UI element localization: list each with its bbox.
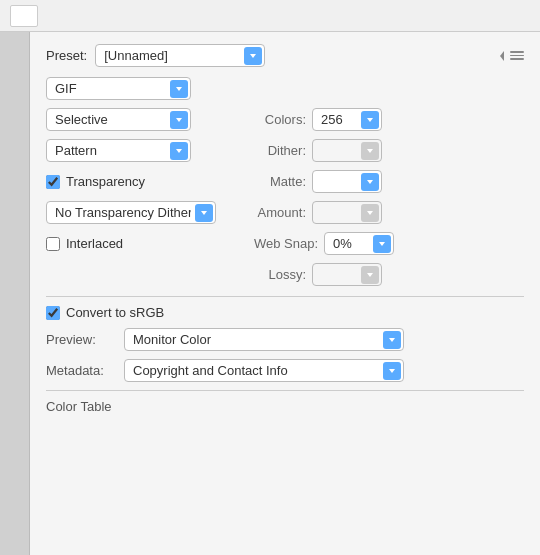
matte-select-wrapper	[312, 170, 382, 193]
dither-label: Dither:	[254, 143, 306, 158]
lossy-label: Lossy:	[254, 267, 306, 282]
amount-label: Amount:	[254, 205, 306, 220]
convert-srgb-label: Convert to sRGB	[66, 305, 164, 320]
transparency-dither-amount-row: No Transparency Dither Amount:	[46, 201, 524, 224]
colors-right: Colors: 256	[254, 108, 524, 131]
format-select[interactable]: GIF	[46, 77, 191, 100]
preset-select-wrapper: [Unnamed]	[95, 44, 265, 67]
palette-left: Selective	[46, 108, 246, 131]
svg-marker-1	[500, 51, 504, 61]
websnap-right: Web Snap: 0%	[254, 232, 524, 255]
color-table-row: Color Table	[46, 399, 524, 418]
interlaced-left: Interlaced	[46, 236, 246, 251]
interlaced-checkbox[interactable]	[46, 237, 60, 251]
metadata-select[interactable]: Copyright and Contact Info	[124, 359, 404, 382]
menu-lines	[510, 51, 524, 60]
transparency-label: Transparency	[66, 174, 145, 189]
palette-select-wrapper: Selective	[46, 108, 191, 131]
preview-label: Preview:	[46, 332, 96, 347]
format-row: GIF	[46, 77, 524, 100]
menu-icon[interactable]	[500, 51, 524, 61]
websnap-label: Web Snap:	[254, 236, 318, 251]
color-table-label: Color Table	[46, 399, 112, 414]
matte-label: Matte:	[254, 174, 306, 189]
metadata-label-cell: Metadata:	[46, 363, 116, 378]
content-panel: Preset: [Unnamed]	[30, 32, 540, 555]
dither-palette-select-wrapper: Pattern	[46, 139, 191, 162]
preview-label-cell: Preview:	[46, 332, 116, 347]
palette-colors-row: Selective Colors: 256	[46, 108, 524, 131]
interlaced-label: Interlaced	[66, 236, 123, 251]
lossy-row: Lossy:	[46, 263, 524, 286]
colors-label: Colors:	[254, 112, 306, 127]
convert-srgb-row: Convert to sRGB	[46, 305, 524, 320]
dither-row: Pattern Dither:	[46, 139, 524, 162]
amount-select[interactable]	[312, 201, 382, 224]
colors-select[interactable]: 256	[312, 108, 382, 131]
preview-select-wrapper: Monitor Color	[124, 328, 404, 351]
lossy-select[interactable]	[312, 263, 382, 286]
transparency-left: Transparency	[46, 174, 246, 189]
main-container: Preset: [Unnamed]	[0, 32, 540, 555]
interlaced-checkbox-wrapper[interactable]: Interlaced	[46, 236, 123, 251]
trans-dither-left: No Transparency Dither	[46, 201, 246, 224]
dither-right: Dither:	[254, 139, 524, 162]
websnap-select[interactable]: 0%	[324, 232, 394, 255]
dither-value-select-wrapper	[312, 139, 382, 162]
preset-label: Preset:	[46, 48, 87, 63]
dither-value-select[interactable]	[312, 139, 382, 162]
preview-row: Preview: Monitor Color	[46, 328, 524, 351]
preview-select[interactable]: Monitor Color	[124, 328, 404, 351]
amount-select-wrapper	[312, 201, 382, 224]
interlaced-websnap-row: Interlaced Web Snap: 0%	[46, 232, 524, 255]
metadata-label: Metadata:	[46, 363, 104, 378]
trans-dither-select-wrapper: No Transparency Dither	[46, 201, 216, 224]
lossy-select-wrapper	[312, 263, 382, 286]
colors-select-wrapper: 256	[312, 108, 382, 131]
transparency-checkbox[interactable]	[46, 175, 60, 189]
convert-srgb-wrapper[interactable]: Convert to sRGB	[46, 305, 164, 320]
convert-srgb-checkbox[interactable]	[46, 306, 60, 320]
matte-right: Matte:	[254, 170, 524, 193]
transparency-matte-row: Transparency Matte:	[46, 170, 524, 193]
lossy-right: Lossy:	[254, 263, 524, 286]
dither-palette-select[interactable]: Pattern	[46, 139, 191, 162]
transparency-checkbox-wrapper[interactable]: Transparency	[46, 174, 145, 189]
metadata-row: Metadata: Copyright and Contact Info	[46, 359, 524, 382]
format-select-wrapper: GIF	[46, 77, 191, 100]
websnap-select-wrapper: 0%	[324, 232, 394, 255]
amount-right: Amount:	[254, 201, 524, 224]
bottom-divider	[46, 390, 524, 391]
dither-left: Pattern	[46, 139, 246, 162]
left-sidebar	[0, 32, 30, 555]
white-box	[10, 5, 38, 27]
trans-dither-select[interactable]: No Transparency Dither	[46, 201, 216, 224]
preset-row: Preset: [Unnamed]	[46, 44, 524, 67]
top-bar	[0, 0, 540, 32]
preset-select[interactable]: [Unnamed]	[95, 44, 265, 67]
metadata-select-wrapper: Copyright and Contact Info	[124, 359, 404, 382]
divider	[46, 296, 524, 297]
palette-select[interactable]: Selective	[46, 108, 191, 131]
matte-select[interactable]	[312, 170, 382, 193]
